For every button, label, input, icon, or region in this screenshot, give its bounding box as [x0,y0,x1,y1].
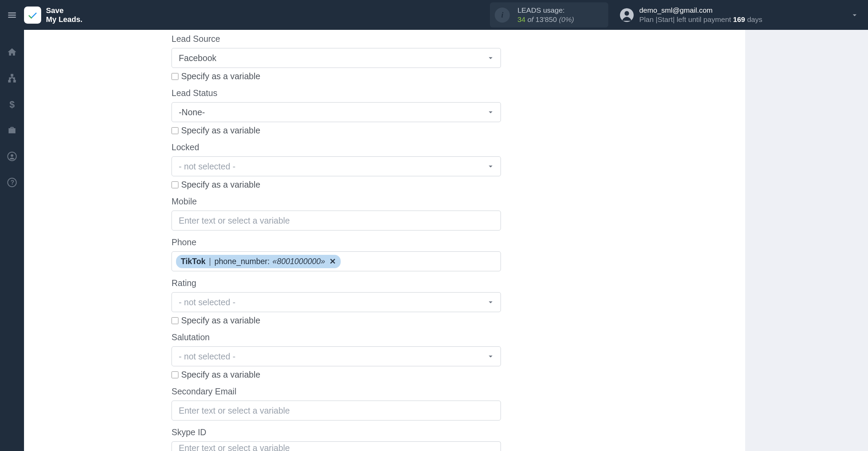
secondary-email-input[interactable] [179,401,483,420]
chevron-down-icon [486,162,495,171]
select-value: -None- [179,107,205,117]
sidebar-item-briefcase[interactable] [5,124,19,137]
checkbox-label[interactable]: Specify as a variable [181,71,260,81]
rating-variable-checkbox[interactable] [172,317,178,324]
field-lead-source: Lead Source Facebook Specify as a variab… [172,34,501,81]
field-rating: Rating - not selected - Specify as a var… [172,278,501,325]
user-plan: Plan |Start| left until payment 169 days [639,15,762,24]
sidebar-item-billing[interactable]: $ [5,98,19,111]
user-circle-icon [7,151,17,162]
help-icon: ? [7,177,17,188]
phone-variable-chip[interactable]: TikTok | phone_number: «8001000000» ✕ [176,255,341,268]
app-name: Save My Leads. [46,6,82,24]
chevron-down-icon [486,352,495,361]
chevron-down-icon [486,54,495,62]
select-value: - not selected - [179,297,235,307]
chip-remove-button[interactable]: ✕ [328,257,336,266]
chip-value: «8001000000» [272,257,325,266]
field-label: Lead Source [172,34,501,44]
field-label: Salutation [172,332,501,342]
usage-box[interactable]: i LEADS usage: 34 of 13'850 (0%) [490,2,608,27]
header-caret-button[interactable] [849,10,860,20]
home-icon [7,47,17,57]
field-label: Phone [172,237,501,247]
field-label: Locked [172,142,501,152]
lead-status-select[interactable]: -None- [172,102,501,122]
user-menu[interactable]: demo_sml@gmail.com Plan |Start| left unt… [620,6,762,24]
avatar-icon [620,8,634,22]
mobile-input[interactable] [179,211,483,230]
skype-id-input[interactable] [179,442,483,451]
sidebar-item-connections[interactable] [5,72,19,85]
salutation-select[interactable]: - not selected - [172,346,501,366]
app-logo[interactable]: Save My Leads. [24,6,82,24]
field-skype-id: Skype ID [172,427,501,451]
sidebar: $ ? [0,30,24,451]
briefcase-icon [7,125,17,135]
field-label: Secondary Email [172,387,501,396]
svg-text:?: ? [11,179,14,186]
sidebar-item-account[interactable] [5,150,19,163]
field-label: Skype ID [172,427,501,437]
field-label: Lead Status [172,88,501,98]
checkbox-label[interactable]: Specify as a variable [181,180,260,190]
chip-source: TikTok [181,257,206,266]
secondary-email-input-wrapper [172,401,501,420]
menu-icon [7,10,17,20]
checkbox-label[interactable]: Specify as a variable [181,316,260,325]
checkmark-icon [26,9,39,21]
chevron-down-icon [486,298,495,307]
skype-id-input-wrapper [172,441,501,451]
chip-separator: | [208,257,212,266]
phone-input[interactable]: TikTok | phone_number: «8001000000» ✕ [172,251,501,271]
select-value: - not selected - [179,162,235,171]
lead-source-variable-checkbox[interactable] [172,73,178,80]
header: Save My Leads. i LEADS usage: 34 of 13'8… [0,0,868,30]
rating-select[interactable]: - not selected - [172,292,501,312]
form-card: Lead Source Facebook Specify as a variab… [24,30,745,451]
sitemap-icon [7,73,17,83]
checkbox-label[interactable]: Specify as a variable [181,370,260,380]
field-lead-status: Lead Status -None- Specify as a variable [172,88,501,135]
usage-values: 34 of 13'850 (0%) [517,15,574,24]
sidebar-item-home[interactable] [5,46,19,59]
svg-point-4 [11,154,13,157]
field-phone: Phone TikTok | phone_number: «8001000000… [172,237,501,271]
chevron-down-icon [486,108,495,117]
mobile-input-wrapper [172,211,501,230]
field-mobile: Mobile [172,197,501,230]
locked-variable-checkbox[interactable] [172,181,178,188]
info-icon: i [495,8,510,23]
hamburger-menu-button[interactable] [0,0,24,30]
salutation-variable-checkbox[interactable] [172,371,178,378]
locked-select[interactable]: - not selected - [172,156,501,176]
lead-source-select[interactable]: Facebook [172,48,501,68]
select-value: Facebook [179,53,216,63]
main: Lead Source Facebook Specify as a variab… [24,30,868,451]
sidebar-item-help[interactable]: ? [5,176,19,189]
logo-badge [24,7,41,24]
user-email: demo_sml@gmail.com [639,6,762,15]
chevron-down-icon [850,11,859,20]
field-label: Rating [172,278,501,288]
dollar-icon: $ [7,99,17,109]
field-salutation: Salutation - not selected - Specify as a… [172,332,501,380]
field-locked: Locked - not selected - Specify as a var… [172,142,501,190]
svg-text:$: $ [10,99,15,109]
field-secondary-email: Secondary Email [172,387,501,420]
field-label: Mobile [172,197,501,206]
lead-status-variable-checkbox[interactable] [172,127,178,134]
checkbox-label[interactable]: Specify as a variable [181,126,260,135]
usage-label: LEADS usage: [517,6,574,15]
chip-field: phone_number: [214,257,270,266]
svg-point-1 [625,11,629,15]
select-value: - not selected - [179,352,235,361]
